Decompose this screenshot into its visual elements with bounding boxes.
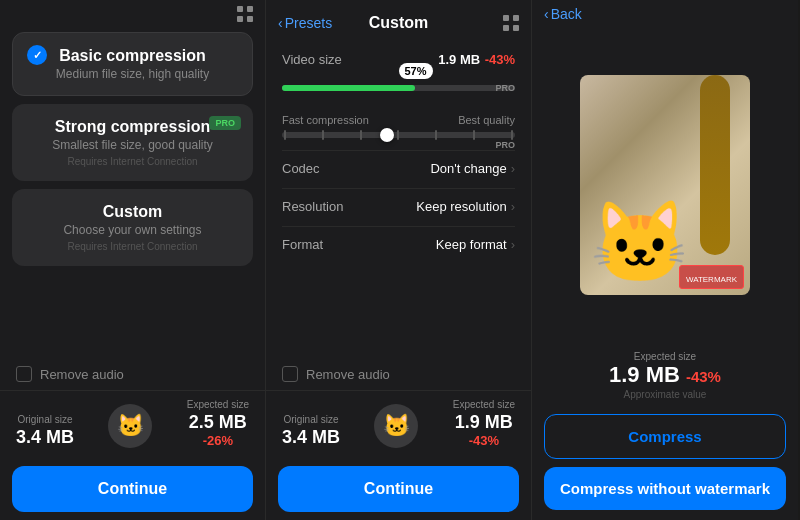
panel-3: ‹ Back 🐱 WATERMARK Expected size 1.9 MB … <box>532 0 798 520</box>
remove-audio-row-2: Remove audio <box>266 358 531 390</box>
video-size-reduction: -43% <box>485 52 515 67</box>
original-size-group-2: Original size 3.4 MB <box>282 414 340 448</box>
tick-1 <box>284 130 286 140</box>
grid-icon[interactable] <box>237 6 253 22</box>
back-label: Back <box>551 6 582 22</box>
video-size-label: Video size <box>282 52 342 67</box>
panel-1-bottom: Original size 3.4 MB 🐱 Expected size 2.5… <box>0 390 265 520</box>
chevron-left-icon-3: ‹ <box>544 6 549 22</box>
continue-button-2[interactable]: Continue <box>278 466 519 512</box>
panel-2-title: Custom <box>369 14 429 32</box>
video-size-track[interactable]: 57% PRO <box>282 85 515 91</box>
fast-compression-label: Fast compression <box>282 114 369 126</box>
pro-badge-strong: PRO <box>209 116 241 130</box>
option-strong-title: Strong compression <box>28 118 237 136</box>
size-row-2: Original size 3.4 MB 🐱 Expected size 1.9… <box>278 399 519 448</box>
panel-2: ‹ Presets Custom Video size 1.9 MB -43% <box>266 0 532 520</box>
grid-icon-2[interactable] <box>503 15 519 31</box>
cat-emoji-1: 🐱 <box>117 413 144 439</box>
codec-setting[interactable]: Codec Don't change › <box>282 150 515 176</box>
expected-size-row-3: 1.9 MB -43% <box>532 362 798 388</box>
panel-3-header: ‹ Back <box>532 0 798 24</box>
cat-avatar-1: 🐱 <box>108 404 152 448</box>
action-buttons: Compress Compress without watermark <box>532 406 798 520</box>
slider-fill <box>282 85 415 91</box>
panel-2-header: ‹ Presets Custom <box>266 0 531 42</box>
option-basic-title: Basic compression <box>29 47 236 65</box>
watermark-overlay: WATERMARK <box>679 265 744 289</box>
expected-size-label-2: Expected size <box>453 399 515 410</box>
chevron-left-icon: ‹ <box>278 15 283 31</box>
presets-back-button[interactable]: ‹ Presets <box>278 15 332 31</box>
settings-content: Video size 1.9 MB -43% 57% PRO Fast comp… <box>266 42 531 358</box>
video-size-slider-container: 57% PRO <box>282 74 515 102</box>
expected-size-group-1: Expected size 2.5 MB -26% <box>187 399 249 448</box>
expected-label-3: Expected size <box>532 351 798 362</box>
video-size-setting: Video size 1.9 MB -43% 57% PRO <box>282 50 515 102</box>
option-basic-subtitle: Medium file size, high quality <box>29 67 236 81</box>
resolution-label: Resolution <box>282 199 343 214</box>
quality-setting: Fast compression Best quality PRO <box>282 114 515 138</box>
tick-2 <box>322 130 324 140</box>
option-custom-note: Requires Internet Connection <box>28 241 237 252</box>
panel-1-header <box>0 0 265 24</box>
quality-slider-track[interactable]: PRO <box>282 132 515 138</box>
remove-audio-checkbox-1[interactable] <box>16 366 32 382</box>
remove-audio-checkbox-2[interactable] <box>282 366 298 382</box>
remove-audio-label-1: Remove audio <box>40 367 124 382</box>
option-strong[interactable]: PRO Strong compression Smallest file siz… <box>12 104 253 181</box>
cat-preview: 🐱 WATERMARK <box>580 75 750 295</box>
codec-label: Codec <box>282 161 320 176</box>
slider-bubble: 57% <box>399 63 433 79</box>
compress-button[interactable]: Compress <box>544 414 786 459</box>
expected-size-value-3: 1.9 MB <box>609 362 680 388</box>
pro-label-quality: PRO <box>495 140 515 150</box>
codec-chevron: › <box>511 161 515 176</box>
expected-size-percent-1: -26% <box>203 433 233 448</box>
format-value-text: Keep format <box>436 237 507 252</box>
preview-section: 🐱 WATERMARK <box>532 24 798 345</box>
original-size-group-1: Original size 3.4 MB <box>16 414 74 448</box>
panel-1: Basic compression Medium file size, high… <box>0 0 266 520</box>
size-row-1: Original size 3.4 MB 🐱 Expected size 2.5… <box>12 399 253 448</box>
expected-size-group-2: Expected size 1.9 MB -43% <box>453 399 515 448</box>
expected-size-label-1: Expected size <box>187 399 249 410</box>
cat-emoji-2: 🐱 <box>383 413 410 439</box>
pro-label-slider: PRO <box>495 83 515 93</box>
tick-4 <box>397 130 399 140</box>
expected-percent-3: -43% <box>686 368 721 385</box>
tick-marks <box>282 130 515 140</box>
tick-6 <box>473 130 475 140</box>
format-value: Keep format › <box>436 237 515 252</box>
continue-button-1[interactable]: Continue <box>12 466 253 512</box>
quality-thumb[interactable] <box>380 128 394 142</box>
video-size-header: Video size 1.9 MB -43% <box>282 50 515 68</box>
video-size-value-row: 1.9 MB -43% <box>438 50 515 68</box>
back-button-3[interactable]: ‹ Back <box>544 6 582 22</box>
expected-size-value-2: 1.9 MB <box>455 412 513 433</box>
check-icon <box>27 45 47 65</box>
expected-size-value-1: 2.5 MB <box>189 412 247 433</box>
expected-section: Expected size 1.9 MB -43% Approximate va… <box>532 345 798 406</box>
panel-2-bottom: Original size 3.4 MB 🐱 Expected size 1.9… <box>266 390 531 520</box>
remove-audio-row-1: Remove audio <box>0 358 265 390</box>
option-basic[interactable]: Basic compression Medium file size, high… <box>12 32 253 96</box>
compress-no-watermark-button[interactable]: Compress without watermark <box>544 467 786 510</box>
option-custom[interactable]: Custom Choose your own settings Requires… <box>12 189 253 266</box>
original-size-label-1: Original size <box>18 414 73 425</box>
original-size-value-1: 3.4 MB <box>16 427 74 448</box>
resolution-setting[interactable]: Resolution Keep resolution › <box>282 188 515 214</box>
tick-7 <box>511 130 513 140</box>
cat-preview-emoji: 🐱 <box>590 196 690 290</box>
option-strong-note: Requires Internet Connection <box>28 156 237 167</box>
avatar-1: 🐱 <box>108 404 152 448</box>
format-setting[interactable]: Format Keep format › <box>282 226 515 252</box>
resolution-chevron: › <box>511 199 515 214</box>
expected-size-percent-2: -43% <box>469 433 499 448</box>
quality-labels: Fast compression Best quality <box>282 114 515 126</box>
option-custom-subtitle: Choose your own settings <box>28 223 237 237</box>
resolution-value: Keep resolution › <box>416 199 515 214</box>
video-size-value: 1.9 MB <box>438 52 480 67</box>
compression-options: Basic compression Medium file size, high… <box>0 24 265 358</box>
best-quality-label: Best quality <box>458 114 515 126</box>
